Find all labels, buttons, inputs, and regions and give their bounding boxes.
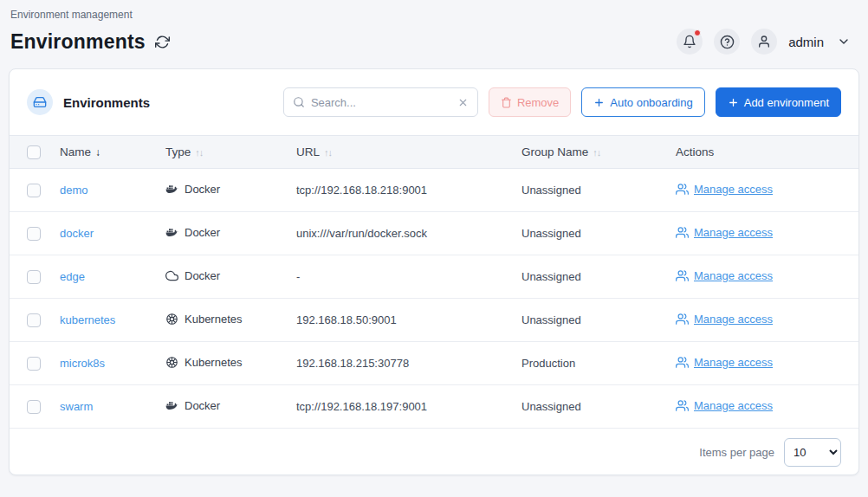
url-text: - <box>296 270 300 283</box>
type-label: Docker <box>185 399 220 412</box>
chevron-down-icon[interactable] <box>837 35 851 48</box>
remove-button-label: Remove <box>517 96 559 109</box>
url-text: tcp://192.168.18.197:9001 <box>296 400 427 413</box>
auto-onboarding-label: Auto onboarding <box>610 96 692 109</box>
group-name-text: Unassigned <box>521 270 581 283</box>
column-header-actions: Actions <box>676 136 858 169</box>
user-menu[interactable]: admin <box>788 35 824 49</box>
user-avatar[interactable] <box>751 29 777 55</box>
plus-icon <box>593 97 605 108</box>
add-environment-button[interactable]: Add environment <box>716 87 841 117</box>
group-name-text: Unassigned <box>521 400 581 413</box>
auto-onboarding-button[interactable]: Auto onboarding <box>581 87 704 117</box>
type-label: Kubernetes <box>185 356 243 369</box>
notifications-button[interactable] <box>677 29 703 55</box>
type-label: Kubernetes <box>185 313 243 326</box>
manage-access-link[interactable]: Manage access <box>676 313 773 326</box>
panel-header: Environments Remove Auto onboarding Add … <box>10 69 858 135</box>
table-row: microk8s Kubernetes 192.168.18.215:30778… <box>10 342 858 385</box>
environment-name-link[interactable]: kubernetes <box>60 313 115 326</box>
column-label: Type <box>165 145 191 158</box>
row-checkbox[interactable] <box>27 400 41 414</box>
group-name-text: Unassigned <box>521 313 581 326</box>
environments-panel: Environments Remove Auto onboarding Add … <box>9 68 859 475</box>
manage-access-link[interactable]: Manage access <box>676 226 773 239</box>
table-row: edge Docker - Unassigned Manage access <box>10 255 858 299</box>
row-checkbox[interactable] <box>27 357 41 371</box>
users-icon <box>676 313 689 326</box>
table-row: swarm Docker tcp://192.168.18.197:9001 U… <box>10 385 858 429</box>
users-icon <box>676 269 689 282</box>
environments-table: Name↓ Type↑↓ URL↑↓ Group Name↑↓ Actions … <box>10 135 858 429</box>
search-icon <box>293 96 305 108</box>
docker-icon <box>165 226 178 239</box>
group-name-text: Unassigned <box>521 227 581 240</box>
cloud-icon <box>165 269 178 282</box>
column-header-name[interactable]: Name↓ <box>60 136 165 169</box>
trash-icon <box>501 97 512 108</box>
plus-icon <box>728 97 739 108</box>
column-label: Actions <box>676 145 714 158</box>
users-icon <box>676 399 689 412</box>
docker-icon <box>165 399 178 412</box>
row-checkbox[interactable] <box>27 227 41 241</box>
environment-name-link[interactable]: docker <box>60 227 94 240</box>
url-text: tcp://192.168.18.218:9001 <box>296 184 427 197</box>
notification-dot <box>694 29 701 36</box>
remove-button[interactable]: Remove <box>489 87 571 117</box>
column-label: Group Name <box>521 145 588 158</box>
sort-icon: ↑↓ <box>195 147 203 158</box>
user-icon <box>757 35 771 48</box>
column-header-url[interactable]: URL↑↓ <box>296 136 521 169</box>
table-row: kubernetes Kubernetes 192.168.18.50:9001… <box>10 299 858 342</box>
column-header-type[interactable]: Type↑↓ <box>165 136 296 169</box>
environment-name-link[interactable]: swarm <box>60 400 93 413</box>
table-row: docker Docker unix:///var/run/docker.soc… <box>10 212 858 255</box>
panel-title: Environments <box>63 95 150 110</box>
clear-search-icon[interactable] <box>457 97 469 108</box>
docker-icon <box>165 183 178 196</box>
search-input[interactable] <box>311 96 451 109</box>
manage-access-link[interactable]: Manage access <box>676 269 773 282</box>
page-title: Environments <box>10 30 146 54</box>
url-text: unix:///var/run/docker.sock <box>296 227 427 240</box>
manage-access-link[interactable]: Manage access <box>676 356 773 369</box>
group-name-text: Unassigned <box>521 184 581 197</box>
add-environment-label: Add environment <box>744 96 829 109</box>
type-label: Docker <box>185 226 220 239</box>
environments-icon <box>27 89 53 115</box>
row-checkbox[interactable] <box>27 184 41 197</box>
column-header-group-name[interactable]: Group Name↑↓ <box>521 136 676 169</box>
kubernetes-icon <box>165 356 178 369</box>
manage-access-link[interactable]: Manage access <box>676 399 773 412</box>
row-checkbox[interactable] <box>27 270 41 284</box>
table-footer: Items per page 10 <box>10 429 858 475</box>
refresh-icon[interactable] <box>155 35 170 49</box>
url-text: 192.168.18.215:30778 <box>296 357 409 370</box>
sort-icon: ↑↓ <box>324 147 332 158</box>
type-label: Docker <box>185 183 220 196</box>
bell-icon <box>683 35 696 48</box>
manage-access-link[interactable]: Manage access <box>676 183 773 196</box>
items-per-page-select[interactable]: 10 <box>784 438 841 467</box>
users-icon <box>676 226 689 239</box>
environment-name-link[interactable]: edge <box>60 270 85 283</box>
help-button[interactable] <box>714 29 740 55</box>
sort-icon: ↑↓ <box>593 147 600 158</box>
sort-descending-icon: ↓ <box>95 146 100 158</box>
column-label: URL <box>296 145 320 158</box>
kubernetes-icon <box>165 313 178 326</box>
breadcrumb: Environment management <box>10 9 858 21</box>
items-per-page-label: Items per page <box>699 446 774 459</box>
url-text: 192.168.18.50:9001 <box>296 313 397 326</box>
help-icon <box>720 35 735 49</box>
environment-name-link[interactable]: demo <box>60 184 88 197</box>
select-all-checkbox[interactable] <box>27 145 41 159</box>
search-box <box>283 87 478 117</box>
users-icon <box>676 183 689 196</box>
environment-name-link[interactable]: microk8s <box>60 357 105 370</box>
column-label: Name <box>60 145 91 158</box>
row-checkbox[interactable] <box>27 313 41 327</box>
top-bar: Environment management Environments admi… <box>0 0 868 55</box>
table-row: demo Docker tcp://192.168.18.218:9001 Un… <box>10 169 858 212</box>
